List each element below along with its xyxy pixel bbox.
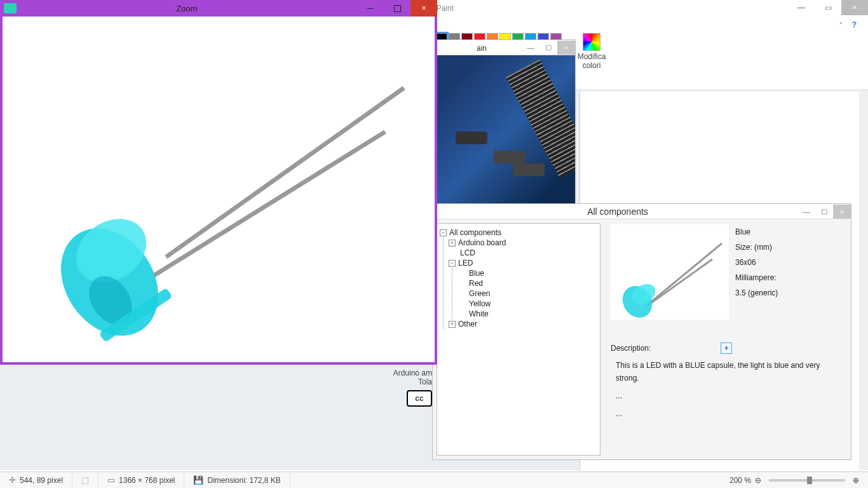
svg-line-5 (154, 132, 386, 276)
paint-window-buttons: — ▭ × (788, 0, 868, 15)
tree-node-lcd[interactable]: LCD (449, 248, 597, 258)
ribbon-collapse-icon[interactable]: ˄ (839, 22, 843, 29)
credit-line-1: Arduino am (299, 369, 432, 377)
close-button[interactable]: × (410, 0, 437, 17)
component-name: Blue (735, 224, 778, 240)
disk-icon: 💾 (193, 475, 203, 485)
zoom-control: 200 % ⊖ ⊕ (721, 472, 868, 488)
edit-colors-button[interactable]: Modifica colori (576, 33, 607, 70)
crosshair-icon: ✛ (9, 475, 16, 485)
spec-size-value: 36x06 (735, 255, 778, 270)
component-tree[interactable]: −All components +Arduino board LCD −LED … (437, 223, 600, 456)
expand-icon[interactable]: + (449, 321, 456, 328)
cursor-position: ✛544, 89 pixel (0, 472, 72, 488)
tree-node-other[interactable]: +Other (449, 319, 597, 329)
components-title: All components (438, 207, 797, 217)
status-bar: ✛544, 89 pixel ⬚ ▭868 × 488 pixel 💾Dime… (0, 471, 868, 488)
components-titlebar: All components — ▢ × (433, 204, 851, 219)
maximize-button[interactable]: ▭ (815, 0, 841, 15)
arduino-main-window: ain — ▢ × (436, 39, 576, 211)
zoom-out-button[interactable]: ⊖ (755, 476, 761, 485)
minimize-button[interactable]: — (788, 0, 815, 15)
vertical-scrollbar[interactable] (859, 92, 868, 470)
selection-icon: ⬚ (81, 475, 89, 485)
component-specs: Blue Size: (mm) 36x06 Milliampere: 3.5 (… (735, 224, 778, 320)
description-text: This is a LED with a BLUE capsule, the l… (616, 359, 844, 384)
canvas-size-icon: ▭ (107, 475, 115, 485)
expand-icon[interactable]: + (449, 240, 456, 247)
selection-size: ⬚ (72, 472, 98, 488)
spec-ma-value: 3.5 (generic) (735, 285, 778, 301)
cc-license-badge: cc (407, 390, 432, 407)
components-window: All components — ▢ × −All components +Ar… (432, 203, 851, 460)
tree-leaf-blue[interactable]: Blue (458, 268, 597, 278)
tree-leaf-yellow[interactable]: Yellow (458, 299, 597, 309)
minimize-button[interactable] (357, 0, 384, 17)
spec-ma-label: Milliampere: (735, 270, 778, 285)
zoom-in-button[interactable]: ⊕ (853, 476, 859, 485)
zoom-image (3, 19, 435, 362)
tree-leaf-red[interactable]: Red (458, 278, 597, 288)
canvas-size: ▭868 × 488 pixel (98, 472, 184, 488)
svg-line-4 (166, 88, 403, 257)
close-button[interactable]: × (833, 205, 851, 219)
maximize-button[interactable]: ▢ (539, 41, 557, 55)
rainbow-icon (583, 33, 600, 51)
zoom-window: Zoom × (0, 0, 437, 365)
minimize-button[interactable]: — (797, 205, 815, 219)
arduino-board-image (437, 55, 575, 210)
description-label: Description: (611, 344, 651, 353)
collapse-icon[interactable]: − (440, 229, 447, 236)
tree-root[interactable]: −All components (440, 227, 597, 238)
close-button[interactable]: × (841, 0, 868, 15)
zoom-level: 200 % (729, 476, 751, 485)
close-button[interactable]: × (557, 41, 575, 55)
description-ellipsis: ... (616, 390, 844, 402)
spec-size-label: Size: (mm) (735, 240, 778, 255)
zoom-titlebar[interactable]: Zoom × (0, 0, 437, 17)
tree-leaf-white[interactable]: White (458, 309, 597, 319)
arduino-main-titlebar: ain — ▢ × (437, 40, 575, 55)
collapse-icon[interactable]: − (449, 260, 456, 267)
minimize-button[interactable]: — (522, 41, 539, 55)
svg-line-0 (649, 243, 722, 304)
maximize-button[interactable] (384, 0, 410, 17)
arduino-credits: Arduino am Tola cc (299, 369, 432, 407)
svg-line-1 (646, 259, 712, 307)
add-description-button[interactable]: + (721, 342, 732, 354)
edit-colors-label: Modifica colori (578, 52, 606, 70)
tree-leaf-green[interactable]: Green (458, 288, 597, 299)
tree-node-led[interactable]: −LED (449, 258, 597, 268)
tree-node-arduino[interactable]: +Arduino board (449, 238, 597, 248)
app-icon (4, 3, 17, 13)
zoom-title: Zoom (17, 4, 357, 13)
help-icon[interactable]: ? (852, 20, 857, 29)
file-size: 💾Dimensioni: 172,8 KB (184, 472, 290, 488)
component-thumbnail (611, 224, 729, 320)
arduino-main-title: ain (442, 43, 522, 53)
component-detail: Blue Size: (mm) 36x06 Milliampere: 3.5 (… (604, 219, 851, 459)
maximize-button[interactable]: ▢ (815, 205, 833, 219)
description-ellipsis: ... (616, 407, 844, 420)
credit-line-2: Tola (299, 377, 432, 386)
zoom-slider[interactable] (769, 479, 845, 482)
